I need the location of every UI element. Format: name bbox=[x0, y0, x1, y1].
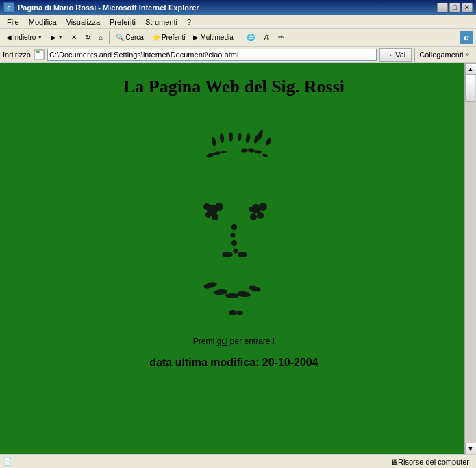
search-icon: 🔍 bbox=[116, 34, 124, 41]
svg-point-21 bbox=[203, 203, 210, 210]
svg-point-32 bbox=[238, 252, 247, 257]
face-drawing bbox=[159, 111, 310, 323]
favorites-label: Preferiti bbox=[162, 34, 185, 41]
maximize-button[interactable]: □ bbox=[449, 3, 460, 12]
enter-text-after: per entrare ! bbox=[227, 337, 275, 346]
svg-point-16 bbox=[264, 137, 272, 146]
search-button[interactable]: 🔍 Cerca bbox=[112, 30, 147, 45]
links-expand-icon: » bbox=[465, 51, 469, 58]
svg-point-23 bbox=[259, 203, 267, 211]
svg-point-39 bbox=[236, 311, 243, 315]
favorites-icon: ⭐ bbox=[152, 34, 160, 41]
globe-button[interactable]: 🌐 bbox=[243, 30, 258, 45]
toolbar-sep-1 bbox=[109, 31, 110, 44]
date-text: data ultima modifica: 20-10-2004 bbox=[149, 356, 318, 369]
address-input[interactable] bbox=[47, 49, 377, 61]
computer-label: Risorse del computer bbox=[398, 458, 469, 466]
svg-point-27 bbox=[231, 224, 237, 230]
minimize-button[interactable]: ─ bbox=[437, 3, 448, 12]
refresh-button[interactable]: ↻ bbox=[82, 30, 94, 45]
forward-button[interactable]: ▶ ▼ bbox=[47, 30, 66, 45]
ie-title-icon: e bbox=[3, 2, 14, 13]
scroll-down-arrow[interactable]: ▼ bbox=[465, 443, 477, 454]
status-right: 🖥 Risorse del computer bbox=[362, 458, 473, 466]
svg-point-25 bbox=[250, 213, 257, 220]
status-left: 📄 bbox=[3, 457, 12, 466]
svg-point-36 bbox=[236, 291, 251, 298]
go-label: Vai bbox=[395, 51, 405, 59]
edit-button[interactable]: ✏ bbox=[275, 30, 287, 45]
enter-paragraph: Premi qui per entrare ! bbox=[193, 337, 275, 346]
toolbar: ◀ Indietro ▼ ▶ ▼ ✕ ↻ ⌂ 🔍 Cerca ⭐ Preferi… bbox=[0, 29, 476, 47]
face-svg bbox=[159, 111, 310, 323]
close-button[interactable]: ✕ bbox=[462, 3, 473, 12]
menu-bar: File Modifica Visualizza Preferiti Strum… bbox=[0, 15, 476, 29]
svg-point-5 bbox=[240, 148, 247, 153]
svg-point-34 bbox=[213, 289, 227, 296]
svg-point-31 bbox=[222, 252, 233, 257]
back-dropdown-icon[interactable]: ▼ bbox=[37, 34, 42, 40]
svg-point-8 bbox=[262, 153, 268, 157]
svg-point-4 bbox=[221, 150, 227, 153]
home-icon: ⌂ bbox=[99, 34, 103, 41]
svg-point-3 bbox=[213, 151, 221, 155]
favorites-button[interactable]: ⭐ Preferiti bbox=[149, 30, 188, 45]
svg-point-38 bbox=[229, 310, 237, 315]
go-button[interactable]: → Vai bbox=[379, 48, 412, 62]
window-title: Pagina di Mario Rossi - Microsoft Intern… bbox=[18, 3, 199, 12]
title-bar: e Pagina di Mario Rossi - Microsoft Inte… bbox=[0, 0, 476, 15]
refresh-icon: ↻ bbox=[85, 34, 90, 41]
svg-point-18 bbox=[215, 203, 223, 211]
title-bar-controls[interactable]: ─ □ ✕ bbox=[437, 3, 473, 12]
menu-visualizza[interactable]: Visualizza bbox=[62, 17, 104, 27]
svg-point-13 bbox=[245, 133, 250, 144]
svg-point-24 bbox=[257, 212, 264, 219]
menu-help[interactable]: ? bbox=[183, 17, 195, 27]
multimedia-button[interactable]: ▶ Multimedia bbox=[190, 30, 236, 45]
stop-button[interactable]: ✕ bbox=[68, 30, 80, 45]
svg-point-35 bbox=[225, 293, 239, 298]
svg-rect-1 bbox=[36, 51, 40, 53]
menu-file[interactable]: File bbox=[3, 17, 23, 27]
go-arrow-icon: → bbox=[386, 51, 393, 59]
svg-point-7 bbox=[254, 150, 262, 155]
svg-point-12 bbox=[237, 133, 241, 141]
scrollbar[interactable]: ▲ ▼ bbox=[464, 63, 476, 454]
address-label: Indirizzo bbox=[3, 51, 31, 59]
svg-point-2 bbox=[205, 152, 214, 159]
links-button[interactable]: Collegamenti » bbox=[414, 48, 473, 62]
scroll-up-arrow[interactable]: ▲ bbox=[465, 63, 477, 75]
svg-point-30 bbox=[233, 249, 238, 254]
globe-icon: 🌐 bbox=[247, 34, 255, 41]
print-button[interactable]: 🖨 bbox=[260, 30, 273, 45]
ie-animated-icon: e bbox=[460, 31, 473, 44]
back-label: Indietro bbox=[13, 34, 36, 41]
svg-point-26 bbox=[249, 207, 254, 212]
print-icon: 🖨 bbox=[263, 34, 270, 41]
status-page-icon: 📄 bbox=[3, 457, 12, 466]
page-title: La Pagina Web del Sig. Rossi bbox=[123, 77, 345, 97]
address-bar: Indirizzo → Vai Collegamenti » bbox=[0, 47, 476, 63]
svg-point-6 bbox=[247, 148, 254, 153]
svg-point-28 bbox=[230, 233, 235, 238]
svg-point-37 bbox=[248, 285, 261, 293]
svg-point-10 bbox=[219, 133, 224, 143]
scroll-thumb[interactable] bbox=[465, 75, 475, 102]
forward-dropdown-icon[interactable]: ▼ bbox=[58, 34, 63, 40]
menu-preferiti[interactable]: Preferiti bbox=[105, 17, 140, 27]
stop-icon: ✕ bbox=[71, 34, 77, 41]
status-computer-section: 🖥 Risorse del computer bbox=[386, 458, 473, 466]
back-icon: ◀ bbox=[6, 34, 12, 41]
content-wrapper: La Pagina Web del Sig. Rossi bbox=[0, 63, 476, 454]
menu-strumenti[interactable]: Strumenti bbox=[141, 17, 181, 27]
back-button[interactable]: ◀ Indietro ▼ bbox=[3, 30, 46, 45]
status-bar: 📄 🖥 Risorse del computer bbox=[0, 454, 476, 468]
enter-link[interactable]: qui bbox=[216, 337, 227, 346]
multimedia-label: Multimedia bbox=[200, 34, 233, 41]
scroll-track[interactable] bbox=[465, 75, 476, 443]
menu-modifica[interactable]: Modifica bbox=[25, 17, 61, 27]
toolbar-sep-2 bbox=[240, 31, 240, 44]
home-button[interactable]: ⌂ bbox=[95, 30, 106, 45]
title-bar-left: e Pagina di Mario Rossi - Microsoft Inte… bbox=[3, 2, 199, 13]
multimedia-icon: ▶ bbox=[193, 34, 199, 41]
